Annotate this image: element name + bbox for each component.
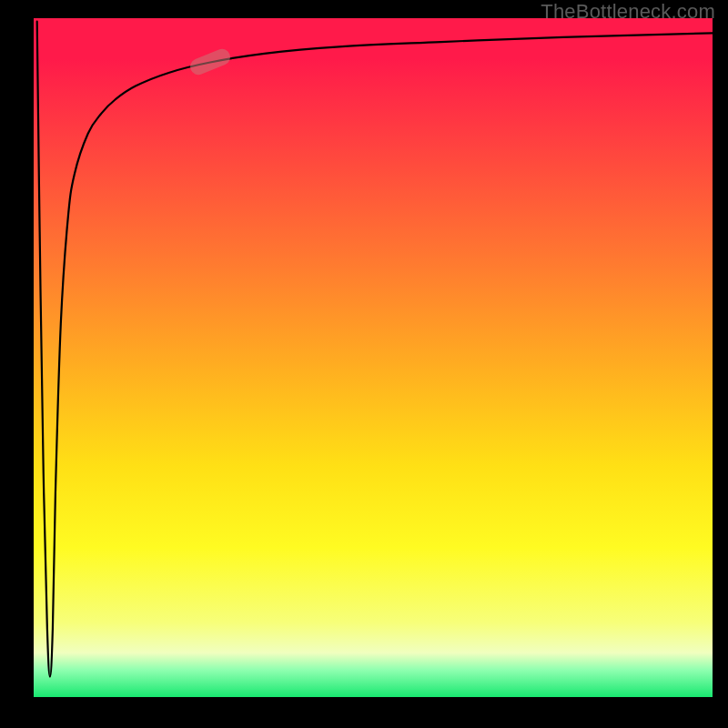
chart-frame: TheBottleneck.com xyxy=(0,0,728,728)
bottleneck-curve xyxy=(37,22,713,677)
curve-svg xyxy=(34,18,713,697)
watermark-text: TheBottleneck.com xyxy=(541,0,715,24)
